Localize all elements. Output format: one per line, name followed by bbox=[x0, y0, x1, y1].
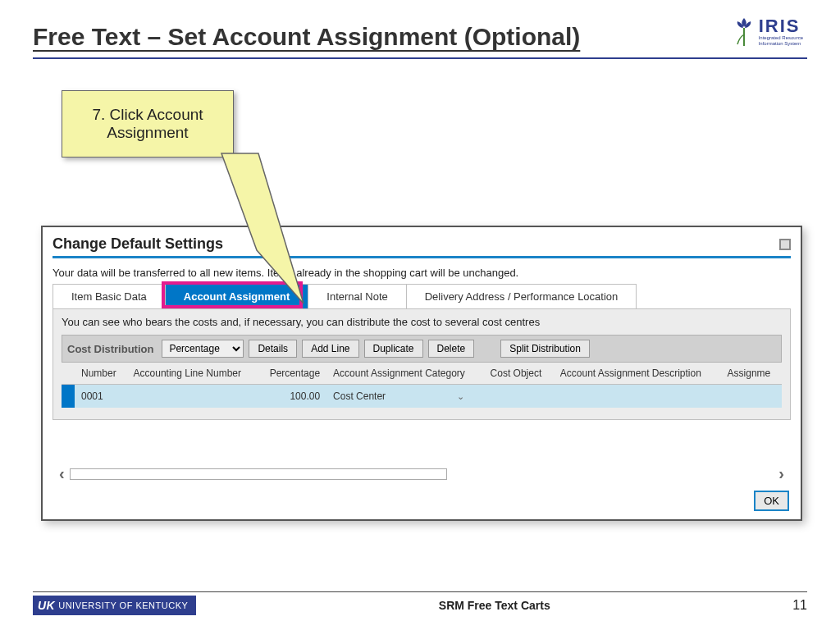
cell-category[interactable]: Cost Center ⌄ bbox=[326, 385, 483, 409]
cell-cost-object bbox=[484, 385, 554, 409]
col-category: Account Assignment Category bbox=[326, 363, 483, 385]
divider bbox=[52, 256, 791, 258]
tab-delivery-address[interactable]: Delivery Address / Performance Location bbox=[406, 284, 637, 308]
cell-description bbox=[554, 385, 721, 409]
cell-percentage: 100.00 bbox=[258, 385, 326, 409]
page-number: 11 bbox=[792, 598, 807, 613]
cost-distribution-select[interactable]: Percentage bbox=[162, 340, 244, 358]
cell-assignme bbox=[721, 385, 782, 409]
svg-marker-0 bbox=[221, 153, 304, 304]
uk-name: UNIVERSITY OF KENTUCKY bbox=[58, 600, 188, 610]
scroll-track[interactable] bbox=[70, 468, 447, 480]
iris-subtitle-2: Information System bbox=[759, 41, 803, 47]
col-percentage: Percentage bbox=[258, 363, 326, 385]
callout-arrow-icon bbox=[201, 152, 316, 316]
col-accounting-line: Accounting Line Number bbox=[127, 363, 258, 385]
cell-accounting-line bbox=[127, 385, 258, 409]
footer-title: SRM Free Text Carts bbox=[196, 599, 792, 612]
table-row[interactable]: 0001 100.00 Cost Center ⌄ bbox=[62, 385, 782, 409]
col-number: Number bbox=[75, 363, 127, 385]
cell-category-value: Cost Center bbox=[333, 390, 386, 402]
delete-button[interactable]: Delete bbox=[428, 340, 475, 358]
add-line-button[interactable]: Add Line bbox=[302, 340, 358, 358]
account-assignment-panel: You can see who bears the costs and, if … bbox=[52, 309, 791, 420]
callout-line1: 7. Click Account bbox=[79, 106, 217, 124]
split-distribution-button[interactable]: Split Distribution bbox=[500, 340, 590, 358]
window-restore-icon[interactable] bbox=[779, 239, 791, 250]
iris-subtitle-1: Integrated Resource bbox=[759, 35, 803, 41]
iris-flower-icon bbox=[733, 16, 756, 48]
col-cost-object: Cost Object bbox=[484, 363, 554, 385]
instruction-callout: 7. Click Account Assignment bbox=[62, 90, 234, 158]
callout-line2: Assignment bbox=[79, 124, 217, 142]
panel-description: You can see who bears the costs and, if … bbox=[62, 316, 782, 328]
chevron-down-icon[interactable]: ⌄ bbox=[457, 391, 464, 402]
row-marker[interactable] bbox=[62, 385, 75, 409]
uk-badge: UK UNIVERSITY OF KENTUCKY bbox=[33, 596, 196, 615]
tab-internal-note[interactable]: Internal Note bbox=[308, 284, 406, 308]
iris-logo-text: IRIS bbox=[759, 17, 803, 35]
scroll-right-icon[interactable]: › bbox=[778, 464, 784, 483]
window-title: Change Default Settings bbox=[52, 235, 223, 253]
app-window: Change Default Settings Your data will b… bbox=[41, 226, 802, 521]
transfer-note: Your data will be transferred to all new… bbox=[52, 267, 791, 279]
cell-number[interactable]: 0001 bbox=[75, 385, 127, 409]
col-description: Account Assignment Description bbox=[554, 363, 721, 385]
horizontal-scrollbar: ‹ › bbox=[59, 464, 784, 483]
tab-bar: Item Basic Data Account Assignment Inter… bbox=[52, 284, 791, 309]
ok-button[interactable]: OK bbox=[754, 491, 789, 511]
duplicate-button[interactable]: Duplicate bbox=[364, 340, 423, 358]
uk-mark: UK bbox=[38, 599, 55, 612]
slide-footer: UK UNIVERSITY OF KENTUCKY SRM Free Text … bbox=[33, 591, 807, 615]
cost-distribution-label: Cost Distribution bbox=[67, 343, 153, 355]
slide-title: Free Text – Set Account Assignment (Opti… bbox=[33, 23, 807, 59]
tab-item-basic-data[interactable]: Item Basic Data bbox=[52, 284, 166, 308]
scroll-left-icon[interactable]: ‹ bbox=[59, 464, 65, 483]
details-button[interactable]: Details bbox=[249, 340, 297, 358]
cost-distribution-toolbar: Cost Distribution Percentage Details Add… bbox=[62, 335, 782, 363]
col-assignme: Assignme bbox=[721, 363, 782, 385]
cost-table: Number Accounting Line Number Percentage… bbox=[62, 363, 782, 408]
iris-logo: IRIS Integrated Resource Information Sys… bbox=[733, 16, 803, 48]
